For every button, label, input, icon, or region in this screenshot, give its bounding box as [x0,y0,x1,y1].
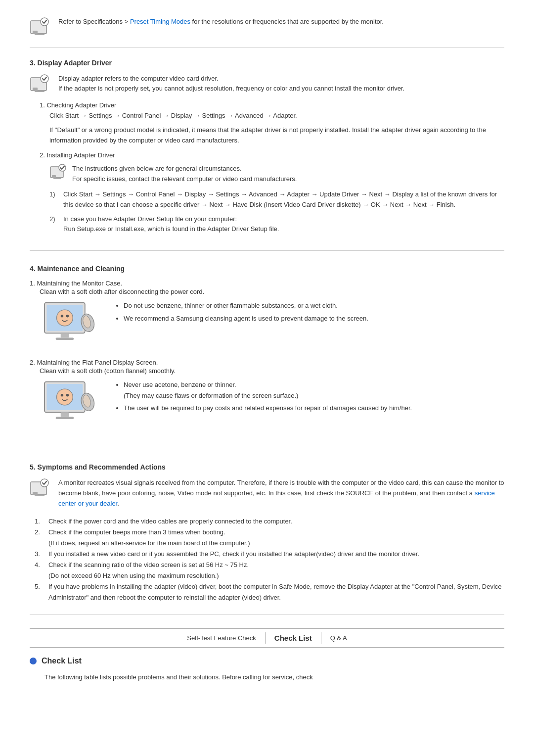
check-list-header: Check List [30,657,504,665]
symptom-item-2: 2. Check if the computer beeps more than… [35,527,504,538]
symptoms-intro: A monitor recreates visual signals recei… [30,478,504,509]
step2-num: 2) [49,214,59,235]
section-5-title: 5. Symptoms and Recommended Actions [30,463,504,471]
install-note-line2: For specific issues, contact the relevan… [72,174,297,185]
nav-qa[interactable]: Q & A [321,632,356,644]
nav-check-list[interactable]: Check List [266,632,321,644]
maintenance-2-bullets: Never use acetone, benzene or thinner. (… [114,379,412,415]
maintenance-1-subtitle: Clean with a soft cloth after disconnect… [40,288,504,295]
step1-text: Click Start → Settings → Control Panel →… [63,189,504,210]
install-steps: 1) Click Start → Settings → Control Pane… [49,189,504,235]
maintenance-item-2: 2. Maintaining the Flat Panel Display Sc… [30,359,504,429]
maintenance-1-bullets: Do not use benzene, thinner or other fla… [114,300,368,326]
install-note-line1: The instructions given below are for gen… [72,164,297,174]
section-5: 5. Symptoms and Recommended Actions A mo… [30,463,504,614]
installing-note-box: The instructions given below are for gen… [49,164,504,185]
svg-point-23 [57,389,73,405]
symptom-item-1: 1. Check if the power cord and the video… [35,516,504,527]
bullet-item: Never use acetone, benzene or thinner. (… [124,379,412,401]
step2-text: In case you have Adapter Driver Setup fi… [63,214,279,225]
preset-timing-link[interactable]: Preset Timing Modes [130,18,190,25]
section-3-title: 3. Display Adapter Driver [30,59,504,67]
svg-point-7 [41,75,48,83]
monitor-illustration-2 [40,379,99,429]
section3-icon [30,74,51,95]
symptom-item-4b: (Do not exceed 60 Hz when using the maxi… [35,570,504,581]
top-note-text: Refer to Specifications > Preset Timing … [58,17,384,27]
maintenance-1-title: 1. Maintaining the Monitor Case. [30,280,504,287]
maintenance-1-visual: Do not use benzene, thinner or other fla… [40,300,504,350]
svg-point-24 [61,394,63,396]
symptoms-intro-text: A monitor recreates visual signals recei… [58,478,504,509]
svg-point-14 [57,310,73,326]
svg-rect-5 [33,88,38,91]
svg-rect-10 [53,178,61,179]
installing-adapter-section: 2. Installing Adapter Driver The instruc… [40,151,504,235]
svg-rect-1 [33,31,38,34]
step1-num: 1) [49,189,59,210]
step2-sub: Run Setup.exe or Install.exe, which is f… [63,224,279,235]
svg-rect-18 [56,338,74,340]
checking-adapter-desc: If "Default" or a wrong product model is… [49,125,504,146]
section-4: 4. Maintenance and Cleaning 1. Maintaini… [30,265,504,449]
svg-point-16 [66,315,69,317]
svg-point-3 [41,18,48,26]
maintenance-2-subtitle: Clean with a soft cloth (cotton flannel)… [40,367,504,375]
maintenance-2-title: 2. Maintaining the Flat Panel Display Sc… [30,359,504,366]
install-step1: 1) Click Start → Settings → Control Pane… [49,189,504,210]
bottom-navigation: Self-Test Feature Check Check List Q & A [30,628,504,648]
symptom-item-4: 4. Check if the scanning ratio of the vi… [35,560,504,570]
svg-rect-9 [52,175,56,178]
checking-adapter-path: Click Start → Settings → Control Panel →… [49,111,504,121]
svg-rect-31 [33,492,38,495]
symptoms-icon [30,478,51,500]
blue-dot-icon [30,658,37,664]
svg-rect-6 [35,91,44,92]
bullet-item: We recommend a Samsung cleansing agent i… [124,313,368,324]
check-list-desc: The following table lists possible probl… [44,672,504,683]
svg-point-33 [41,479,48,487]
monitor-illustration-1 [40,300,99,350]
install-note-icon [49,164,67,182]
svg-point-15 [61,315,63,317]
checking-adapter-section: 1. Checking Adapter Driver Click Start →… [40,101,504,145]
svg-rect-32 [35,495,44,496]
maintenance-2-visual: Never use acetone, benzene or thinner. (… [40,379,504,429]
svg-rect-17 [61,333,69,338]
bullet-item: The user will be required to pay costs a… [124,403,412,413]
section3-intro-text: Display adapter refers to the computer v… [58,74,404,94]
section-3-intro: Display adapter refers to the computer v… [30,74,504,95]
symptom-item-5: 5. If you have problems in installing th… [35,581,504,603]
symptoms-items-list: 1. Check if the power cord and the video… [30,516,504,604]
note-icon [30,17,51,39]
symptom-item-2b: (If it does, request an after-service fo… [35,538,504,549]
svg-rect-2 [35,34,44,35]
section-3: 3. Display Adapter Driver Display adapte… [30,59,504,251]
svg-point-25 [66,394,69,396]
installing-adapter-title: 2. Installing Adapter Driver [40,151,504,159]
svg-rect-26 [61,413,69,417]
bullet-item: Do not use benzene, thinner or other fla… [124,300,368,311]
check-list-section: Check List The following table lists pos… [30,657,504,693]
symptom-item-3: 3. If you installed a new video card or … [35,549,504,560]
check-list-title: Check List [42,657,82,665]
install-step2: 2) In case you have Adapter Driver Setup… [49,214,504,235]
checking-adapter-title: 1. Checking Adapter Driver [40,101,504,109]
top-note-section: Refer to Specifications > Preset Timing … [30,10,504,48]
section-4-title: 4. Maintenance and Cleaning [30,265,504,273]
nav-self-test[interactable]: Self-Test Feature Check [178,632,265,644]
maintenance-item-1: 1. Maintaining the Monitor Case. Clean w… [30,280,504,350]
service-center-link[interactable]: service center or your dealer [58,489,495,507]
svg-rect-27 [56,417,74,420]
